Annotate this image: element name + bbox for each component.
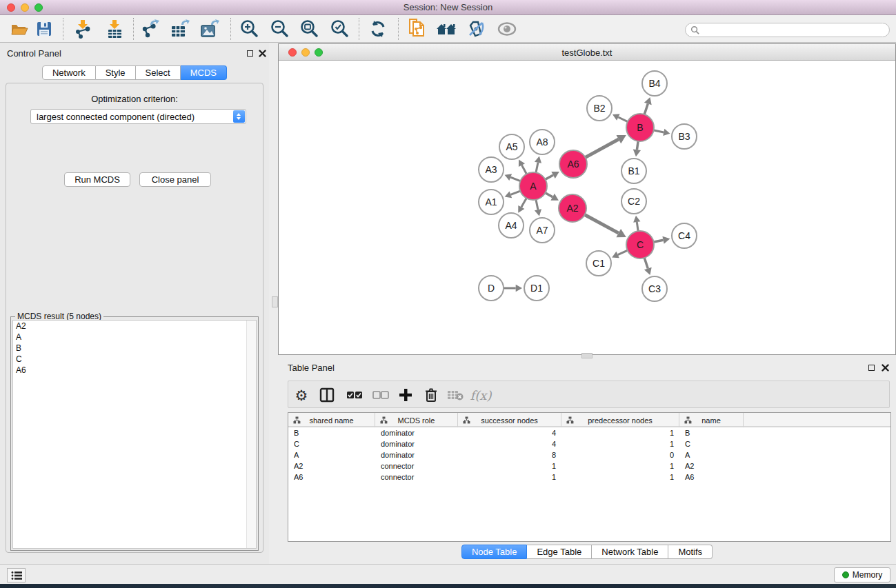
table-cell[interactable]: 4 (458, 427, 561, 438)
hide-annotations-button[interactable] (464, 18, 488, 40)
network-edge-A-A4[interactable] (518, 197, 527, 213)
memory-button[interactable]: Memory (834, 567, 890, 582)
tab-motifs[interactable]: Motifs (668, 545, 713, 559)
tab-style[interactable]: Style (96, 65, 136, 80)
table-cell[interactable]: A2 (679, 460, 744, 472)
network-node-C1[interactable]: C1 (586, 251, 611, 276)
table-row-b[interactable]: Bdominator41B (288, 427, 890, 438)
table-row-a6[interactable]: A6connector11A6 (288, 472, 890, 483)
table-cell[interactable]: dominator (375, 427, 458, 438)
result-item-a6[interactable]: A6 (13, 365, 256, 376)
network-edge-C-C1[interactable] (612, 250, 628, 258)
table-row-c[interactable]: Cdominator41C (288, 438, 890, 449)
table-cell[interactable]: connector (375, 460, 458, 472)
float-panel-icon[interactable] (247, 50, 253, 57)
network-node-A3[interactable]: A3 (479, 157, 504, 182)
column-header-successor-nodes[interactable]: successor nodes (458, 413, 561, 427)
column-header-predecessor-nodes[interactable]: predecessor nodes (561, 413, 679, 427)
table-cell[interactable]: dominator (375, 449, 458, 460)
network-edge-D-D1[interactable] (502, 285, 522, 292)
network-node-B1[interactable]: B1 (621, 159, 646, 183)
table-cell[interactable]: dominator (375, 438, 458, 449)
tab-network[interactable]: Network (42, 65, 96, 80)
select-all-button[interactable] (344, 385, 365, 405)
table-cell[interactable]: 4 (458, 438, 561, 449)
table-cell[interactable]: C (679, 438, 744, 449)
zoom-out-button[interactable] (268, 18, 291, 40)
table-cell[interactable]: 1 (561, 427, 679, 438)
network-node-A[interactable]: A (519, 172, 547, 200)
table-cell[interactable]: A6 (679, 472, 744, 483)
tab-node-table[interactable]: Node Table (461, 545, 528, 559)
network-node-A2[interactable]: A2 (559, 194, 586, 222)
network-edge-A-A2[interactable] (544, 192, 559, 201)
table-cell[interactable]: 1 (458, 460, 561, 472)
column-header-name[interactable]: name (679, 413, 744, 427)
result-item-a[interactable]: A (13, 332, 256, 343)
network-node-D1[interactable]: D1 (524, 276, 549, 301)
table-cell[interactable]: A6 (288, 472, 375, 483)
column-settings-button[interactable]: ⚙ (291, 385, 312, 405)
delete-row-button[interactable] (421, 385, 441, 405)
network-node-A4[interactable]: A4 (499, 213, 524, 238)
show-columns-button[interactable] (317, 385, 337, 405)
network-edge-B-B1[interactable] (633, 140, 641, 156)
table-cell[interactable]: 8 (458, 449, 561, 460)
network-node-B3[interactable]: B3 (672, 124, 697, 149)
table-cell[interactable]: A2 (288, 460, 375, 472)
refresh-network-button[interactable] (366, 18, 390, 40)
import-table-button[interactable] (103, 18, 126, 40)
network-node-C3[interactable]: C3 (642, 276, 667, 301)
result-list-scrollbar[interactable] (246, 321, 256, 548)
function-builder-button[interactable]: f(x) (468, 385, 493, 405)
network-edge-A6-B[interactable] (584, 135, 626, 158)
deselect-all-button[interactable] (370, 385, 391, 405)
zoom-fit-button[interactable] (297, 18, 321, 40)
table-cell[interactable]: C (288, 438, 375, 449)
open-file-button[interactable] (8, 18, 31, 40)
network-node-A5[interactable]: A5 (499, 134, 524, 159)
close-panel-icon[interactable] (259, 50, 266, 57)
optimization-criterion-dropdown[interactable]: largest connected component (directed) (30, 109, 246, 124)
network-edge-A2-C[interactable] (584, 214, 626, 238)
network-node-C2[interactable]: C2 (621, 189, 646, 214)
network-node-D[interactable]: D (479, 276, 504, 301)
home-button[interactable] (435, 18, 458, 40)
column-header-shared-name[interactable]: shared name (288, 413, 375, 427)
result-item-b[interactable]: B (13, 343, 256, 354)
table-row-a[interactable]: Adominator80A (288, 449, 890, 460)
network-window-titlebar[interactable]: testGlobe.txt (279, 44, 895, 61)
column-header-MCDS-role[interactable]: MCDS role (375, 413, 458, 427)
network-edge-C-C3[interactable] (644, 256, 652, 275)
network-canvas[interactable]: A5A8A6A3AA1A4A7A2B2B4BB3B1C2C4CC1C3DD1 (279, 61, 895, 354)
task-history-button[interactable] (7, 568, 26, 582)
zoom-in-button[interactable] (237, 18, 261, 40)
close-panel-button[interactable]: Close panel (139, 172, 211, 187)
tab-mcds[interactable]: MCDS (181, 65, 227, 80)
horizontal-splitter-grip[interactable] (581, 353, 593, 358)
table-cell[interactable]: connector (375, 472, 458, 483)
table-cell[interactable]: A (288, 449, 375, 460)
network-node-A1[interactable]: A1 (479, 190, 504, 214)
vertical-splitter-grip[interactable] (272, 296, 278, 307)
mcds-result-list[interactable]: A2ABCA6 (12, 320, 257, 549)
table-cell[interactable]: 1 (561, 472, 679, 483)
network-node-A7[interactable]: A7 (530, 218, 555, 243)
network-edge-A-A6[interactable] (544, 172, 559, 180)
table-float-icon[interactable] (868, 365, 875, 371)
table-cell[interactable]: B (679, 427, 744, 438)
delete-table-button[interactable] (445, 385, 466, 405)
network-edge-A-A5[interactable] (519, 159, 527, 175)
tab-network-table[interactable]: Network Table (592, 545, 668, 559)
network-node-B2[interactable]: B2 (587, 96, 612, 121)
result-item-c[interactable]: C (13, 354, 256, 365)
table-cell[interactable]: A (679, 449, 744, 460)
network-node-B4[interactable]: B4 (642, 71, 667, 96)
network-edge-A-A1[interactable] (505, 190, 522, 198)
save-session-button[interactable] (32, 18, 56, 40)
table-cell[interactable]: 0 (561, 449, 679, 460)
network-edge-B-B3[interactable] (653, 129, 670, 136)
network-node-A8[interactable]: A8 (530, 130, 555, 154)
table-close-icon[interactable] (882, 364, 889, 372)
birds-eye-view-button[interactable] (495, 18, 519, 40)
